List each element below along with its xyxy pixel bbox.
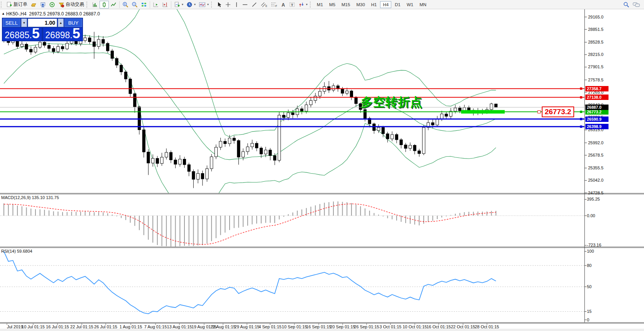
buy-price-display[interactable]: 26898.5: [43, 28, 82, 41]
timeframe-m1-button[interactable]: M1: [314, 1, 326, 8]
price-tick-label: 24728.5: [588, 191, 603, 195]
navigator-button[interactable]: [38, 1, 47, 8]
equidistant-channel-button[interactable]: E: [259, 1, 269, 8]
collapse-panel-arrow-icon[interactable]: ▲: [2, 12, 5, 15]
toolbar-grip[interactable]: [211, 2, 214, 8]
fibonacci-button[interactable]: F: [269, 1, 279, 8]
time-axis-label: 7 Aug 01:15: [144, 324, 167, 329]
time-axis-label: 29 Aug 01:15: [235, 324, 260, 329]
timeframe-m5-button[interactable]: M5: [326, 1, 338, 8]
buy-button[interactable]: BUY: [64, 19, 82, 27]
time-axis-label: 20 Sep 01:15: [330, 324, 355, 329]
time-axis-label: 26 Jul 01:15: [94, 324, 117, 329]
toolbar-grip[interactable]: [86, 2, 89, 8]
price-tick-label: 28851.5: [588, 27, 603, 32]
time-axis-label: 4 Sep 01:15: [259, 324, 281, 329]
profiles-button[interactable]: ▾: [185, 1, 197, 8]
toolbar-grip[interactable]: [1, 2, 3, 8]
price-tick-label: 28215.0: [588, 52, 603, 57]
volume-input[interactable]: [28, 19, 57, 27]
new-chart-icon: [174, 2, 180, 8]
arrows-icon: [298, 2, 304, 8]
price-callout-box[interactable]: 26773.2: [542, 106, 574, 117]
vertical-line-button[interactable]: [233, 1, 240, 8]
indicators-icon: [199, 2, 206, 8]
chart-shift-icon: [162, 2, 168, 8]
timeframe-w1-button[interactable]: W1: [404, 1, 416, 8]
hline-axis-label: 26398.9: [585, 124, 609, 129]
price-callout-anchor: [538, 110, 541, 113]
time-axis-label: 3 Oct 01:15: [380, 324, 402, 329]
autotrading-icon: [58, 2, 64, 8]
time-axis-label: 26 Sep 01:15: [354, 324, 379, 329]
autotrading-button[interactable]: 自动交易: [57, 1, 86, 8]
trendline-button[interactable]: [250, 1, 259, 8]
price-tick-label: 29165.0: [588, 15, 603, 19]
macd-tick-label: 0.00: [587, 213, 595, 218]
volume-down-button[interactable]: ▼: [21, 19, 27, 27]
toolbar-grip[interactable]: [310, 2, 313, 8]
crosshair-icon: [225, 2, 231, 8]
timeframe-h1-button[interactable]: H1: [368, 1, 380, 8]
svg-text:T: T: [291, 3, 293, 7]
hline-axis-label: 27138.0: [585, 95, 609, 100]
price-tick-label: 25678.5: [588, 153, 603, 157]
text-button[interactable]: A: [279, 1, 287, 8]
volume-up-button[interactable]: ▲: [58, 19, 64, 27]
timeframe-m30-button[interactable]: M30: [353, 1, 367, 8]
new-chart-button[interactable]: ▾: [172, 1, 185, 8]
timeframe-h4-button[interactable]: H4: [380, 1, 391, 8]
tile-windows-button[interactable]: [139, 1, 149, 8]
indicators-button[interactable]: ▾: [197, 1, 210, 8]
rsi-tick-label: 50: [587, 284, 592, 289]
chevron-down-icon: ▾: [182, 3, 183, 6]
macd-tick-label: -723.16: [587, 243, 601, 247]
text-label-button[interactable]: T: [287, 1, 297, 8]
timeframe-d1-button[interactable]: D1: [392, 1, 403, 8]
time-axis-label: 10 Oct 01:15: [403, 324, 427, 329]
sell-price-pips: 5: [32, 28, 40, 39]
chat-button[interactable]: [631, 1, 642, 8]
chevron-down-icon: ▾: [207, 3, 209, 6]
timeframe-toolbar: M1M5M15M30H1H4D1W1MN: [314, 1, 429, 8]
arrows-button[interactable]: ▾: [297, 1, 309, 8]
timeframe-mn-button[interactable]: MN: [417, 1, 429, 8]
zoom-in-button[interactable]: [121, 1, 130, 8]
price-tick-label: 25042.0: [588, 178, 603, 182]
sell-button[interactable]: SELL: [3, 19, 20, 27]
svg-text:F: F: [276, 5, 277, 7]
main-toolbar: 新订单 自动交易 ▾ ▾: [0, 0, 644, 9]
price-tick-label: 25355.5: [588, 166, 603, 170]
zoom-out-button[interactable]: [130, 1, 139, 8]
bar-chart-button[interactable]: [90, 1, 100, 8]
channel-icon: E: [260, 2, 267, 8]
price-tick-label: 27901.5: [588, 64, 603, 69]
person-terminal-icon: [40, 2, 46, 8]
search-button[interactable]: [622, 1, 631, 8]
time-axis-label: 28 Oct 01:15: [475, 324, 499, 329]
candlestick-chart-button[interactable]: [100, 1, 109, 8]
auto-scroll-icon: [153, 2, 159, 8]
rsi-tick-label: 0: [587, 317, 589, 322]
annotation-text[interactable]: 多空转折点: [361, 94, 423, 110]
sell-price-display[interactable]: 26885.5: [3, 28, 42, 41]
chart-shift-button[interactable]: [161, 1, 170, 8]
buy-price-pips: 5: [73, 28, 80, 39]
signals-button[interactable]: [47, 1, 57, 8]
crosshair-button[interactable]: [223, 1, 233, 8]
horizontal-line-button[interactable]: [240, 1, 250, 8]
cursor-button[interactable]: [215, 1, 223, 8]
tile-windows-icon: [141, 2, 147, 8]
horizontal-line-icon: [242, 2, 248, 8]
text-icon: A: [281, 2, 286, 8]
new-order-label: 新订单: [14, 1, 27, 8]
timeframe-m15-button[interactable]: M15: [339, 1, 353, 8]
line-chart-button[interactable]: [109, 1, 118, 8]
new-order-button[interactable]: 新订单: [5, 1, 29, 8]
auto-scroll-button[interactable]: [151, 1, 161, 8]
market-watch-button[interactable]: [29, 1, 38, 8]
time-axis-label: 1 Aug 01:15: [120, 324, 142, 329]
rsi-tick-label: 80: [587, 263, 592, 268]
current-price-axis-label: 26887.0: [585, 105, 609, 110]
new-order-icon: [6, 2, 12, 8]
